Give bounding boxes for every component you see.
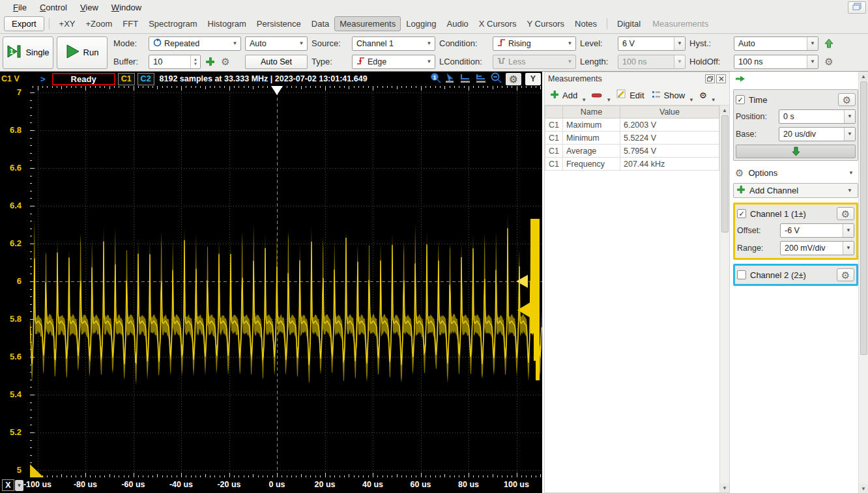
scroll-down-icon[interactable]: ▼ [859, 484, 868, 493]
position-input[interactable]: 0 s ▼ [779, 109, 856, 124]
measurement-row[interactable]: C1Minimum5.5224 V [545, 132, 719, 145]
source-label: Source: [311, 38, 348, 48]
spinner-arrows-icon[interactable]: ▲▼ [190, 55, 200, 68]
add-plus-icon[interactable] [203, 55, 216, 69]
buffer-spinner[interactable]: 10 ▲▼ [149, 55, 201, 69]
auto-set-button[interactable]: Auto Set [245, 55, 308, 69]
tab-channel1[interactable]: C1 [118, 73, 135, 85]
scrollbar-thumb[interactable] [721, 115, 729, 232]
pointer-icon[interactable] [445, 73, 456, 85]
mode-auto-select[interactable]: Auto ▼ [245, 36, 308, 51]
y-tick-label: 5.2 [10, 427, 22, 437]
channel1-gear-button[interactable]: ⚙ [837, 207, 854, 220]
mode-select[interactable]: Repeated ▼ [149, 36, 241, 51]
remove-measurement-button[interactable] [588, 91, 605, 100]
view--xy[interactable]: +XY [54, 16, 81, 31]
view-data[interactable]: Data [306, 16, 334, 31]
remove-dropdown-icon[interactable]: ▼ [606, 97, 613, 105]
plot-area[interactable] [30, 86, 542, 477]
view-toolbar: Export +XY+ZoomFFTSpectrogramHistogramPe… [0, 14, 868, 34]
add-plus-icon [550, 90, 559, 101]
tab-channel2[interactable]: C2 [137, 73, 154, 85]
show-button[interactable]: Show [648, 89, 689, 102]
scope-canvas[interactable] [30, 86, 542, 477]
time-gear-button[interactable]: ⚙ [838, 93, 856, 106]
view-spectrogram[interactable]: Spectrogram [143, 16, 202, 31]
collapse-arrow-icon[interactable] [733, 73, 858, 85]
show-dropdown-icon[interactable]: ▼ [689, 97, 695, 105]
trigger-position-up-icon[interactable] [822, 36, 835, 51]
channel2-gear-button[interactable]: ⚙ [837, 268, 854, 281]
channel1-section: ✓ Channel 1 (1±) ⚙ Offset: -6 V ▼ Range: [733, 203, 858, 260]
base-input[interactable]: 20 us/div ▼ [779, 127, 856, 141]
scroll-down-icon[interactable]: ▼ [720, 483, 729, 492]
position-label: Position: [736, 112, 779, 121]
scope-body: 76.86.66.46.265.85.65.45.25 [0, 86, 542, 477]
scroll-up-icon[interactable]: ▲ [720, 106, 729, 115]
run-button[interactable]: Run [57, 36, 108, 69]
holdoff-input[interactable]: 100 ns ▼ [734, 55, 818, 69]
settings-scrollbar[interactable]: ▲ ▼ [858, 72, 868, 493]
scroll-up-icon[interactable]: ▲ [859, 72, 868, 81]
condition-select[interactable]: Rising ▼ [493, 36, 576, 51]
column-channel [545, 106, 563, 119]
trigger-gear-icon[interactable]: ⚙ [822, 55, 835, 69]
edit-button[interactable]: Edit [613, 87, 647, 103]
close-icon[interactable] [716, 74, 726, 83]
cursor-horizontal-icon[interactable] [459, 73, 471, 85]
zoom-out-icon[interactable] [491, 72, 502, 85]
channel1-checkbox[interactable]: ✓ [737, 209, 746, 218]
menu-control[interactable]: Control [33, 1, 74, 14]
type-select[interactable]: Edge ▼ [352, 55, 435, 69]
expand-time-button[interactable] [736, 145, 856, 158]
view-histogram[interactable]: Histogram [203, 16, 252, 31]
measurements-scrollbar[interactable]: ▲ ▼ [719, 106, 729, 492]
menu-window[interactable]: Window [105, 1, 148, 14]
view-notes[interactable]: Notes [570, 16, 602, 31]
measurement-row[interactable]: C1Average5.7954 V [545, 145, 719, 158]
window-cascade-button[interactable] [848, 1, 866, 14]
source-select[interactable]: Channel 1 ▼ [352, 36, 435, 51]
chevron-down-icon: ▼ [807, 55, 818, 68]
hysteresis-input[interactable]: Auto ▼ [734, 36, 818, 51]
time-settings-panel: ✓ Time ⚙ Position: 0 s ▼ Base: [732, 72, 868, 493]
add-dropdown-icon[interactable]: ▼ [581, 97, 588, 105]
menu-file[interactable]: File [7, 1, 33, 14]
view-digital[interactable]: Digital [612, 16, 646, 31]
view--zoom[interactable]: +Zoom [81, 16, 118, 31]
x-axis-dropdown-icon[interactable]: ▼ [15, 480, 23, 491]
menu-view[interactable]: View [74, 1, 105, 14]
gear-dropdown-icon[interactable]: ▼ [711, 97, 717, 105]
y-axis-button[interactable]: Y [525, 73, 541, 85]
measurement-mname: Minimum [562, 132, 620, 145]
undock-button[interactable] [705, 74, 715, 83]
x-axis-button[interactable]: X [2, 479, 14, 491]
range-input[interactable]: 200 mV/div ▼ [780, 241, 854, 255]
view-y-cursors[interactable]: Y Cursors [522, 16, 570, 31]
zoom-one-icon[interactable]: 1 [430, 72, 441, 85]
add-measurement-button[interactable]: Add [547, 88, 581, 103]
measurement-row[interactable]: C1Frequency207.44 kHz [545, 158, 719, 171]
add-channel-button[interactable]: Add Channel ▼ [733, 183, 858, 198]
channel2-label: Channel 2 (2±) [750, 270, 806, 280]
toolbar-separator [607, 18, 607, 29]
view-logging[interactable]: Logging [401, 16, 441, 31]
offset-input[interactable]: -6 V ▼ [780, 223, 854, 238]
channel2-checkbox[interactable] [737, 270, 746, 279]
plot-gear-button[interactable]: ⚙ [506, 73, 521, 85]
options-row[interactable]: ⚙ Options ▼ [733, 165, 858, 180]
measurements-gear-icon[interactable]: ⚙ [696, 89, 710, 102]
view-fft[interactable]: FFT [117, 16, 143, 31]
buffer-gear-icon[interactable]: ⚙ [219, 55, 232, 69]
cursor-vertical-icon[interactable] [475, 73, 487, 85]
measurement-row[interactable]: C1Maximum6.2003 V [545, 119, 719, 132]
view-x-cursors[interactable]: X Cursors [474, 16, 522, 31]
export-button[interactable]: Export [4, 16, 44, 31]
single-button[interactable]: 1 Single [3, 36, 53, 69]
view-measurements[interactable]: Measurements [334, 16, 401, 31]
time-checkbox[interactable]: ✓ [736, 95, 745, 104]
level-input[interactable]: 6 V ▼ [618, 36, 686, 51]
scrollbar-thumb[interactable] [860, 81, 867, 355]
view-persistence[interactable]: Persistence [252, 16, 306, 31]
view-audio[interactable]: Audio [442, 16, 474, 31]
